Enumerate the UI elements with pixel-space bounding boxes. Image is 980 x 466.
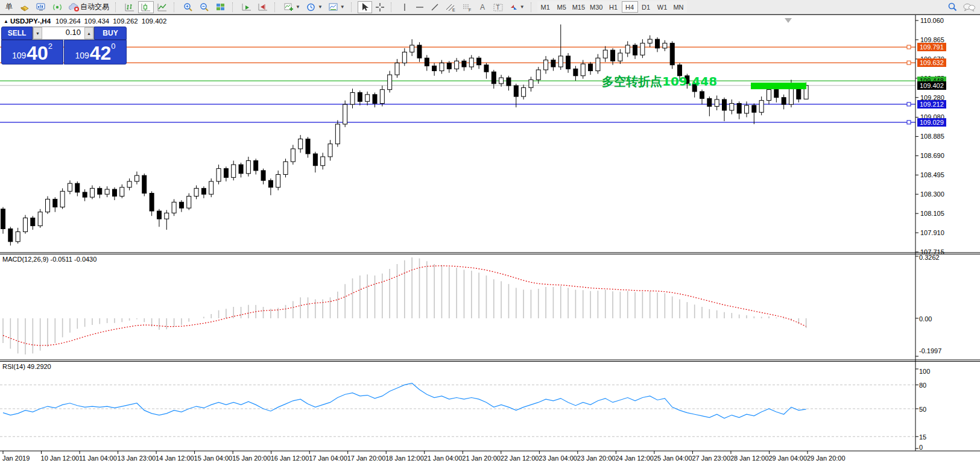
timeframe-m1[interactable]: M1 [537,1,554,13]
timeframe-mn[interactable]: MN [671,1,687,13]
candle-body[interactable] [455,61,459,69]
candle-body[interactable] [432,66,437,71]
candle-body[interactable] [789,87,793,104]
hline-handle[interactable] [907,121,911,124]
candle-body[interactable] [656,39,660,48]
candle-body[interactable] [239,165,243,174]
candle-body[interactable] [90,188,94,197]
candle-body[interactable] [551,60,555,67]
candle-body[interactable] [633,45,637,55]
highlight-bar[interactable] [751,83,806,89]
candle-body[interactable] [373,95,377,104]
timeframe-h1[interactable]: H1 [605,1,622,13]
timeframe-h4[interactable]: H4 [622,1,638,13]
chart-shift-button[interactable] [255,1,271,13]
templates-button[interactable]: ▼ [326,1,347,13]
candle-body[interactable] [722,99,727,110]
volume-decrease-button[interactable]: ▼ [33,27,42,39]
candle-body[interactable] [730,104,734,110]
candle-body[interactable] [536,70,540,80]
candle-body[interactable] [45,199,49,212]
hline-handle[interactable] [907,45,911,49]
timeframe-m15[interactable]: M15 [570,1,587,13]
candle-body[interactable] [23,218,27,232]
candle-body[interactable] [98,188,102,194]
candle-body[interactable] [700,92,704,98]
candle-body[interactable] [759,101,763,113]
candle-body[interactable] [625,45,630,53]
candle-body[interactable] [291,149,295,162]
candle-body[interactable] [306,139,310,154]
candlestick-chart-type-button[interactable] [138,1,154,13]
candle-body[interactable] [670,43,674,65]
candle-body[interactable] [797,87,801,99]
candle-body[interactable] [440,63,444,71]
indicators-button[interactable]: ▼ [281,1,303,13]
candle-body[interactable] [611,50,615,61]
sell-button[interactable]: SELL [1,27,33,40]
candle-body[interactable] [514,86,518,96]
text-label-button[interactable]: T [490,1,506,13]
candle-body[interactable] [574,69,578,75]
candle-body[interactable] [8,229,13,242]
candle-body[interactable] [589,64,593,71]
candle-body[interactable] [127,181,131,187]
candle-body[interactable] [179,202,183,208]
candle-body[interactable] [447,63,451,69]
candle-body[interactable] [157,211,161,219]
candle-body[interactable] [469,58,473,67]
candle-body[interactable] [774,90,779,98]
candle-body[interactable] [38,212,42,226]
candle-body[interactable] [492,72,496,84]
candle-body[interactable] [782,98,786,104]
candle-body[interactable] [462,61,466,67]
arrows-button[interactable]: ▼ [507,1,527,13]
candle-body[interactable] [417,45,422,58]
candle-body[interactable] [767,90,771,101]
candle-body[interactable] [112,189,116,196]
zoom-in-button[interactable] [180,1,196,13]
candle-body[interactable] [276,174,280,187]
candle-body[interactable] [544,60,548,70]
buy-price[interactable]: 109 42 0 [64,40,127,65]
new-order-button-partial[interactable]: 单 [2,1,16,13]
vertical-line-button[interactable] [397,1,412,13]
sell-price[interactable]: 109 40 2 [1,40,63,65]
candle-body[interactable] [254,161,258,171]
pivot-annotation[interactable]: 多空转折点109.448 [602,74,717,90]
terminal-button[interactable] [33,1,49,13]
candle-body[interactable] [232,165,236,177]
volume-value[interactable]: 0.10 [42,27,84,39]
candle-body[interactable] [142,175,147,193]
candle-body[interactable] [350,93,355,105]
candle-body[interactable] [328,144,332,157]
candle-body[interactable] [343,104,347,124]
buy-button[interactable]: BUY [94,27,127,40]
candle-body[interactable] [618,53,622,61]
candle-body[interactable] [172,202,176,213]
bar-chart-type-button[interactable] [122,1,138,13]
candle-body[interactable] [75,183,80,192]
candle-body[interactable] [663,43,667,48]
candle-body[interactable] [283,162,288,174]
candle-body[interactable] [246,161,250,174]
market-watch-button[interactable] [17,1,33,13]
candle-body[interactable] [224,169,228,178]
timeframe-m30[interactable]: M30 [587,1,605,13]
signals-button[interactable] [49,1,65,13]
candle-body[interactable] [507,78,511,86]
candle-body[interactable] [299,139,303,149]
timeframe-w1[interactable]: W1 [654,1,671,13]
candle-body[interactable] [388,75,392,90]
candle-body[interactable] [410,45,414,52]
timeframe-m5[interactable]: M5 [554,1,570,13]
candle-body[interactable] [484,65,488,72]
candle-body[interactable] [499,78,504,84]
candle-body[interactable] [707,98,712,106]
candle-body[interactable] [165,213,169,219]
periods-button[interactable]: ▼ [303,1,325,13]
candle-body[interactable] [60,191,65,207]
line-chart-type-button[interactable] [154,1,170,13]
hline-handle[interactable] [907,102,911,106]
candle-body[interactable] [640,43,645,55]
